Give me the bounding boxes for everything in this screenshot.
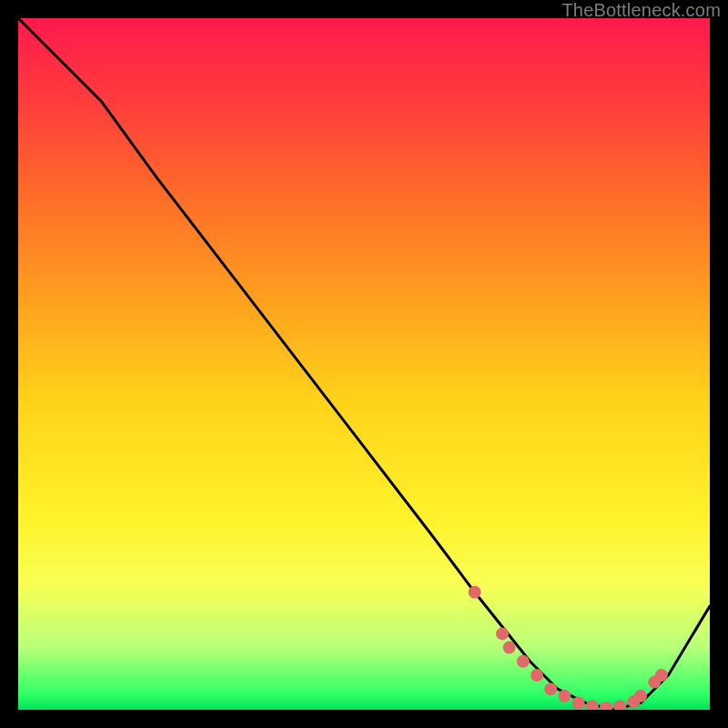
dot-marker — [544, 682, 557, 695]
dot-marker — [613, 700, 626, 710]
dot-marker — [496, 627, 509, 640]
chart-stage: TheBottleneck.com — [0, 0, 728, 728]
dot-marker — [469, 586, 481, 599]
plot-area — [18, 18, 710, 710]
dot-marker — [517, 655, 530, 668]
dot-marker — [572, 696, 585, 709]
dot-marker — [655, 669, 668, 682]
chart-svg — [18, 18, 710, 710]
bottleneck-curve — [18, 18, 710, 710]
dot-marker — [503, 642, 516, 654]
dot-marker — [600, 702, 612, 710]
dot-marker — [531, 669, 543, 682]
dot-marker — [558, 690, 571, 703]
dot-marker — [634, 690, 647, 703]
dot-marker — [586, 700, 599, 710]
dot-markers — [469, 586, 668, 710]
